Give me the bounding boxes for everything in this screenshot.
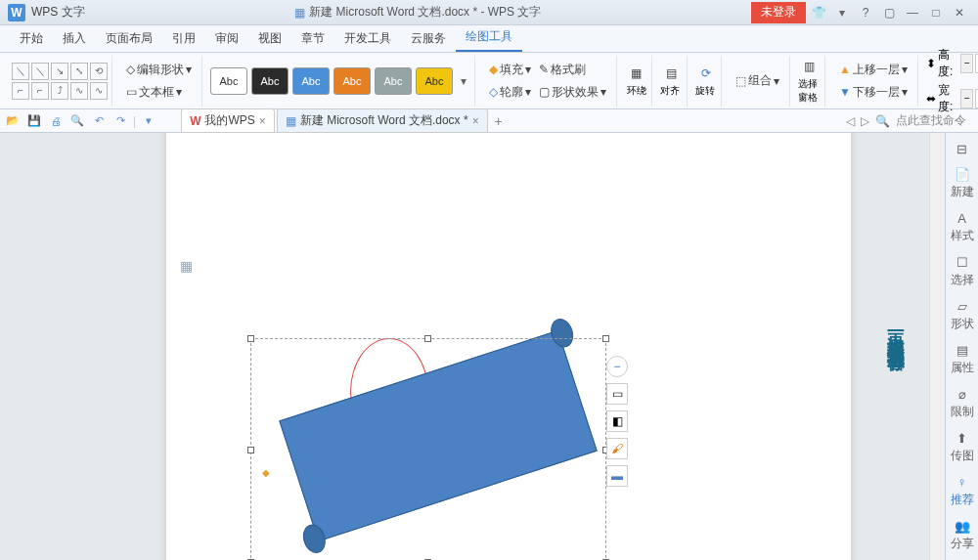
float-tool[interactable]: − [606, 356, 628, 377]
side-属性[interactable]: ▤属性 [948, 338, 977, 380]
canvas[interactable]: ▦ ⟳ ◆ −▭◧🖌▬ 再一次相遇我会紧紧抱着你 [0, 133, 945, 560]
paragraph-icon: ▦ [180, 258, 193, 274]
workspace: ▦ ⟳ ◆ −▭◧🖌▬ 再一次相遇我会紧紧抱着你 [0, 133, 945, 560]
shape-style[interactable]: Abc [251, 67, 289, 95]
add-tab-button[interactable]: + [490, 112, 508, 130]
side-collapse[interactable]: ⊟ [948, 137, 977, 160]
resize-handle[interactable] [247, 335, 254, 342]
open-icon[interactable]: 📂 [4, 112, 22, 130]
nav-back-icon[interactable]: ◁ [846, 114, 855, 128]
doc-title: ▦ 新建 Microsoft Word 文档.docx * - WPS 文字 [85, 4, 751, 21]
adjust-handle[interactable]: ◆ [262, 467, 270, 478]
line-shape[interactable]: ∿ [70, 82, 88, 100]
width-dec[interactable]: − [960, 89, 973, 108]
side-icon: ▱ [955, 298, 970, 314]
side-推荐[interactable]: ♀推荐 [948, 470, 977, 512]
vertical-scrollbar[interactable] [929, 133, 945, 560]
float-tool[interactable]: ▬ [606, 465, 628, 487]
side-样式[interactable]: A样式 [948, 206, 977, 248]
line-shape[interactable]: ⌐ [31, 82, 49, 100]
nav-fwd-icon[interactable]: ▷ [861, 114, 869, 128]
skin-icon[interactable]: ▾ [831, 2, 853, 23]
maximize-button[interactable]: □ [925, 2, 947, 23]
shape-style[interactable]: Abc [333, 67, 371, 95]
menu-云服务[interactable]: 云服务 [401, 25, 456, 52]
side-icon: 📄 [955, 166, 970, 182]
bring-forward-button[interactable]: ▲上移一层▾ [833, 60, 913, 80]
shape-style[interactable]: Abc [210, 67, 247, 95]
close-icon[interactable]: × [259, 114, 266, 128]
side-分享[interactable]: 👥分享 [948, 514, 977, 556]
search-command[interactable]: 点此查找命令 [896, 112, 966, 129]
align-button[interactable]: ▤ [660, 65, 683, 82]
tab-document[interactable]: ▦新建 Microsoft Word 文档.docx *× [277, 108, 488, 133]
redo-icon[interactable]: ↷ [111, 112, 129, 130]
shape-style[interactable]: Abc [375, 67, 412, 95]
edit-shape-button[interactable]: ◇编辑形状▾ [120, 60, 198, 80]
side-传图[interactable]: ⬆传图 [948, 426, 977, 468]
help-icon[interactable]: ? [855, 2, 876, 23]
menu-视图[interactable]: 视图 [248, 25, 291, 52]
ribbon: ＼＼↘⤡⟲ ⌐⌐⤴∿∿ ◇编辑形状▾ ▭文本框▾ AbcAbcAbcAbcAbc… [0, 53, 978, 109]
resize-handle[interactable] [602, 335, 609, 342]
more-icon[interactable]: ▾ [140, 112, 157, 130]
line-shape[interactable]: ⌐ [12, 82, 29, 100]
styles-more[interactable]: ▾ [457, 74, 470, 88]
minimize-button[interactable]: — [902, 2, 923, 23]
menu-插入[interactable]: 插入 [53, 25, 96, 52]
save-icon[interactable]: 💾 [25, 112, 43, 130]
line-shape[interactable]: ⤡ [70, 63, 88, 80]
line-shape[interactable]: ↘ [51, 63, 68, 80]
line-shape[interactable]: ⤴ [51, 82, 68, 100]
float-tool[interactable]: 🖌 [606, 438, 628, 459]
search-icon[interactable]: 🔍 [875, 114, 890, 128]
resize-handle[interactable] [247, 447, 254, 453]
menu-开始[interactable]: 开始 [10, 25, 53, 52]
login-button[interactable]: 未登录 [751, 2, 806, 23]
float-tool[interactable]: ▭ [606, 383, 628, 405]
menu-开发工具[interactable]: 开发工具 [334, 25, 401, 52]
side-限制[interactable]: ⌀限制 [948, 382, 977, 424]
tab-mywps[interactable]: W我的WPS× [181, 108, 275, 133]
menu-章节[interactable]: 章节 [291, 25, 334, 52]
menu-绘图工具[interactable]: 绘图工具 [456, 23, 522, 52]
vertical-text: 再一次相遇我会紧紧抱着你 [888, 319, 908, 342]
side-选择[interactable]: ☐选择 [948, 250, 977, 292]
shape-style[interactable]: Abc [416, 67, 453, 95]
line-shape[interactable]: ＼ [12, 63, 29, 80]
menu-审阅[interactable]: 审阅 [205, 25, 248, 52]
selection-pane-button[interactable]: ▥ [798, 58, 821, 75]
text-box-button[interactable]: ▭文本框▾ [120, 82, 198, 103]
float-tool[interactable]: ◧ [606, 410, 628, 432]
shape-style[interactable]: Abc [292, 67, 330, 95]
menu-引用[interactable]: 引用 [162, 25, 205, 52]
menu-页面布局[interactable]: 页面布局 [96, 25, 162, 52]
line-shape[interactable]: ∿ [90, 82, 108, 100]
line-shape[interactable]: ⟲ [90, 63, 108, 80]
print-icon[interactable]: 🖨 [47, 112, 65, 130]
undo-icon[interactable]: ↶ [90, 112, 108, 130]
side-新建[interactable]: 📄新建 [948, 162, 977, 204]
selection-box [250, 338, 606, 560]
preview-icon[interactable]: 🔍 [68, 112, 86, 130]
send-backward-button[interactable]: ▼下移一层▾ [833, 82, 913, 103]
app-logo-icon: W [8, 4, 25, 22]
close-icon[interactable]: × [472, 114, 479, 128]
side-icon: ⬆ [955, 430, 970, 446]
side-icon: 👥 [955, 518, 970, 534]
side-形状[interactable]: ▱形状 [948, 294, 977, 336]
line-shape[interactable]: ＼ [31, 63, 49, 80]
resize-handle[interactable] [424, 335, 431, 342]
rotate-button[interactable]: ⟳ [695, 65, 717, 82]
ribbon-toggle-icon[interactable]: ▢ [878, 2, 900, 23]
cloth-icon[interactable]: 👕 [808, 2, 829, 23]
side-icon: ▤ [955, 342, 970, 358]
group-button[interactable]: ⬚组合▾ [730, 70, 785, 91]
quick-access-bar: 📂 💾 🖨 🔍 ↶ ↷ | ▾ W我的WPS× ▦新建 Microsoft Wo… [0, 109, 978, 133]
close-button[interactable]: ✕ [949, 2, 970, 23]
side-icon: A [955, 210, 970, 226]
wrap-button[interactable]: ▦ [625, 65, 647, 82]
height-dec[interactable]: − [960, 54, 973, 73]
outline-button[interactable]: ◇轮廓▾ ▢形状效果▾ [483, 82, 612, 103]
fill-button[interactable]: ◆填充▾ ✎格式刷 [483, 60, 612, 80]
